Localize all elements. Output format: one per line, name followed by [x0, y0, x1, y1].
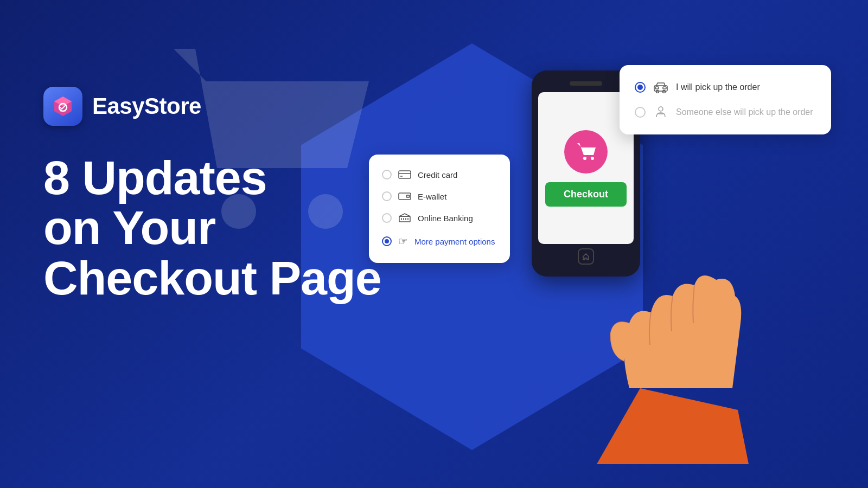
radio-more[interactable]: [382, 236, 392, 246]
svg-rect-21: [663, 87, 666, 89]
self-pickup-label: I will pick up the order: [676, 82, 760, 92]
more-payment-options[interactable]: ☞ More payment options: [382, 235, 497, 248]
ewallet-icon: [398, 191, 411, 201]
svg-rect-5: [399, 171, 411, 178]
checkout-button[interactable]: Checkout: [545, 182, 627, 207]
svg-rect-9: [406, 195, 410, 197]
phone-cart-icon: [564, 130, 608, 174]
payment-option-banking[interactable]: Online Banking: [382, 213, 497, 223]
credit-card-icon: [398, 170, 411, 179]
pickup-option-other[interactable]: Someone else will pick up the order: [635, 106, 816, 118]
radio-credit[interactable]: [382, 170, 392, 179]
svg-rect-20: [655, 87, 659, 89]
radio-self-pickup[interactable]: [635, 82, 646, 93]
pickup-options-card: I will pick up the order Someone else wi…: [620, 65, 831, 134]
hand-illustration: [586, 236, 760, 466]
radio-banking[interactable]: [382, 213, 392, 223]
banking-icon: [398, 213, 411, 223]
bg-cart-illustration: [163, 27, 380, 246]
self-pickup-icon: [653, 81, 668, 93]
payment-option-credit[interactable]: Credit card: [382, 170, 497, 179]
svg-point-22: [659, 107, 663, 111]
radio-other-pickup[interactable]: [635, 107, 646, 118]
svg-point-1: [308, 194, 343, 229]
phone-notch: [570, 81, 602, 86]
payment-options-card: Credit card E-wallet Online Banking: [369, 155, 510, 263]
credit-card-label: Credit card: [418, 170, 457, 179]
cursor-icon: ☞: [398, 235, 408, 248]
svg-point-15: [583, 157, 586, 160]
other-pickup-label: Someone else will pick up the order: [676, 107, 813, 117]
pickup-option-self[interactable]: I will pick up the order: [635, 81, 816, 93]
svg-point-18: [656, 91, 659, 93]
payment-option-ewallet[interactable]: E-wallet: [382, 191, 497, 201]
headline-line3: Checkout Page: [43, 253, 381, 303]
online-banking-label: Online Banking: [418, 214, 473, 223]
svg-point-19: [663, 91, 666, 93]
svg-rect-10: [399, 216, 410, 222]
radio-ewallet[interactable]: [382, 191, 392, 201]
other-pickup-icon: [653, 106, 668, 118]
svg-point-16: [591, 157, 594, 160]
svg-point-4: [65, 110, 66, 112]
more-options-label[interactable]: More payment options: [414, 237, 495, 246]
page-container: EasyStore 8 Updates on Your Checkout Pag…: [0, 0, 868, 488]
svg-point-0: [221, 194, 256, 229]
logo-icon: [43, 87, 82, 126]
ewallet-label: E-wallet: [418, 192, 446, 201]
svg-point-3: [60, 110, 62, 112]
